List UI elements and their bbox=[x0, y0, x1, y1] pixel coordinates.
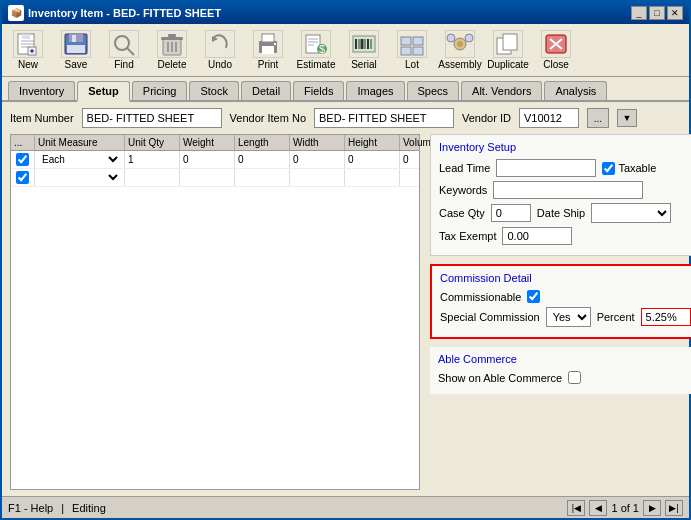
last-page-button[interactable]: ▶| bbox=[665, 500, 683, 516]
print-button[interactable]: Print bbox=[246, 27, 290, 73]
row2-unit-qty-input[interactable] bbox=[128, 172, 176, 183]
duplicate-button[interactable]: Duplicate bbox=[486, 27, 530, 73]
able-commerce-title: Able Commerce bbox=[438, 353, 691, 365]
fields-tab[interactable]: Fields bbox=[293, 81, 344, 100]
find-label: Find bbox=[114, 59, 133, 70]
row1-unit-qty[interactable] bbox=[125, 151, 180, 168]
save-button[interactable]: Save bbox=[54, 27, 98, 73]
row1-width-input[interactable] bbox=[293, 154, 341, 165]
row2-checkbox[interactable] bbox=[14, 171, 31, 184]
row1-length[interactable] bbox=[235, 151, 290, 168]
row2-height-input[interactable] bbox=[348, 172, 396, 183]
row2-unit-measure[interactable] bbox=[35, 169, 125, 186]
row2-unit-measure-select[interactable] bbox=[38, 171, 121, 184]
item-number-label: Item Number bbox=[10, 112, 74, 124]
svg-rect-7 bbox=[72, 35, 76, 42]
row1-length-input[interactable] bbox=[238, 154, 286, 165]
new-button[interactable]: New bbox=[6, 27, 50, 73]
setup-tab[interactable]: Setup bbox=[77, 81, 130, 102]
commissionable-checkbox[interactable] bbox=[527, 290, 540, 303]
row2-weight[interactable] bbox=[180, 169, 235, 186]
vendor-id-dropdown-button[interactable]: ▼ bbox=[617, 109, 637, 127]
svg-rect-13 bbox=[168, 34, 176, 37]
row1-unit-measure[interactable]: Each bbox=[35, 151, 125, 168]
row1-check bbox=[11, 151, 35, 168]
commission-detail-section: Commission Detail Commissionable Special… bbox=[430, 264, 691, 339]
stock-tab[interactable]: Stock bbox=[189, 81, 239, 100]
prev-page-button[interactable]: ◀ bbox=[589, 500, 607, 516]
row1-weight-input[interactable] bbox=[183, 154, 231, 165]
lead-time-row: Lead Time Taxable bbox=[439, 159, 691, 177]
row1-unit-qty-input[interactable] bbox=[128, 154, 176, 165]
percent-input[interactable] bbox=[641, 308, 691, 326]
estimate-icon: $ bbox=[301, 30, 331, 58]
detail-tab[interactable]: Detail bbox=[241, 81, 291, 100]
vendor-item-input[interactable] bbox=[314, 108, 454, 128]
estimate-button[interactable]: $ Estimate bbox=[294, 27, 338, 73]
row1-weight[interactable] bbox=[180, 151, 235, 168]
vendor-id-input[interactable] bbox=[519, 108, 579, 128]
show-on-able-checkbox[interactable] bbox=[568, 371, 581, 384]
first-page-button[interactable]: |◀ bbox=[567, 500, 585, 516]
grid-header: ... Unit Measure Unit Qty Weight Length … bbox=[11, 135, 419, 151]
row2-length-input[interactable] bbox=[238, 172, 286, 183]
assembly-label: Assembly bbox=[438, 59, 481, 70]
find-button[interactable]: Find bbox=[102, 27, 146, 73]
serial-button[interactable]: Serial bbox=[342, 27, 386, 73]
row2-length[interactable] bbox=[235, 169, 290, 186]
close-window-button[interactable]: ✕ bbox=[667, 6, 683, 20]
svg-rect-8 bbox=[67, 45, 85, 53]
row1-width[interactable] bbox=[290, 151, 345, 168]
taxable-checkbox[interactable] bbox=[602, 162, 615, 175]
undo-button[interactable]: Undo bbox=[198, 27, 242, 73]
row2-weight-input[interactable] bbox=[183, 172, 231, 183]
specs-tab[interactable]: Specs bbox=[407, 81, 460, 100]
page-info: 1 of 1 bbox=[611, 502, 639, 514]
row2-width-input[interactable] bbox=[293, 172, 341, 183]
images-tab[interactable]: Images bbox=[346, 81, 404, 100]
inventory-tab[interactable]: Inventory bbox=[8, 81, 75, 100]
item-number-input[interactable] bbox=[82, 108, 222, 128]
delete-icon bbox=[157, 30, 187, 58]
lot-button[interactable]: Lot bbox=[390, 27, 434, 73]
pricing-tab[interactable]: Pricing bbox=[132, 81, 188, 100]
minimize-button[interactable]: _ bbox=[631, 6, 647, 20]
table-row: Each bbox=[11, 151, 419, 169]
vendor-id-browse-button[interactable]: ... bbox=[587, 108, 609, 128]
row2-unit-qty[interactable] bbox=[125, 169, 180, 186]
svg-rect-44 bbox=[503, 34, 517, 50]
svg-rect-1 bbox=[22, 34, 30, 39]
keywords-row: Keywords bbox=[439, 181, 691, 199]
row1-height-input[interactable] bbox=[348, 154, 396, 165]
serial-icon bbox=[349, 30, 379, 58]
date-ship-select[interactable] bbox=[591, 203, 671, 223]
case-qty-row: Case Qty Date Ship bbox=[439, 203, 691, 223]
inventory-setup-title: Inventory Setup bbox=[439, 141, 691, 153]
col-header-unit-measure: Unit Measure bbox=[35, 135, 125, 150]
row2-width[interactable] bbox=[290, 169, 345, 186]
toolbar: New Save Find Delete Undo bbox=[2, 24, 689, 77]
maximize-button[interactable]: □ bbox=[649, 6, 665, 20]
svg-rect-12 bbox=[161, 37, 183, 40]
keywords-input[interactable] bbox=[493, 181, 643, 199]
row1-unit-measure-select[interactable]: Each bbox=[38, 153, 121, 166]
right-panel: Inventory Setup Lead Time Taxable Keywor… bbox=[430, 134, 691, 490]
undo-icon bbox=[205, 30, 235, 58]
case-qty-input[interactable] bbox=[491, 204, 531, 222]
close-button[interactable]: Close bbox=[534, 27, 578, 73]
row2-height[interactable] bbox=[345, 169, 400, 186]
lead-time-input[interactable] bbox=[496, 159, 596, 177]
row1-height[interactable] bbox=[345, 151, 400, 168]
lead-time-label: Lead Time bbox=[439, 162, 490, 174]
analysis-tab[interactable]: Analysis bbox=[544, 81, 607, 100]
alt-vendors-tab[interactable]: Alt. Vendors bbox=[461, 81, 542, 100]
status-right: |◀ ◀ 1 of 1 ▶ ▶| bbox=[567, 500, 683, 516]
next-page-button[interactable]: ▶ bbox=[643, 500, 661, 516]
main-content: ... Unit Measure Unit Qty Weight Length … bbox=[10, 134, 681, 490]
assembly-button[interactable]: Assembly bbox=[438, 27, 482, 73]
row1-checkbox[interactable] bbox=[14, 153, 31, 166]
close-icon bbox=[541, 30, 571, 58]
delete-button[interactable]: Delete bbox=[150, 27, 194, 73]
tax-exempt-input[interactable] bbox=[502, 227, 572, 245]
special-commission-select[interactable]: Yes No bbox=[546, 307, 591, 327]
